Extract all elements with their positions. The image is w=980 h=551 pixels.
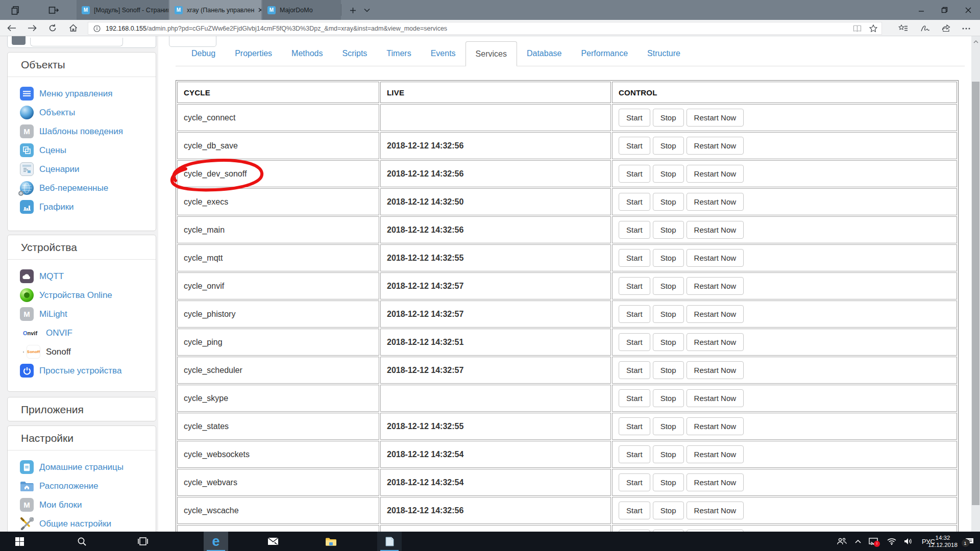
sidebar-item-home-pages[interactable]: Домашние страницы bbox=[8, 458, 156, 477]
tab-services-active[interactable]: Services bbox=[465, 41, 517, 66]
sidebar-item-behavior-templates[interactable]: M Шаблоны поведения bbox=[8, 122, 156, 141]
people-icon[interactable] bbox=[834, 532, 849, 551]
sidebar-item-label[interactable]: Расположение bbox=[39, 481, 99, 491]
sidebar-item-milight[interactable]: M MiLight bbox=[8, 305, 156, 323]
address-bar[interactable]: 192.168.0.155/admin.php?pd=cGFuZWw6e2Fjd… bbox=[88, 22, 882, 35]
minimize-button[interactable] bbox=[910, 0, 933, 20]
volume-icon[interactable] bbox=[900, 532, 916, 551]
restart-now-button[interactable]: Restart Now bbox=[687, 389, 744, 407]
stop-button[interactable]: Stop bbox=[653, 165, 684, 183]
sidebar-item-label[interactable]: Домашние страницы bbox=[39, 462, 124, 472]
stop-button[interactable]: Stop bbox=[653, 389, 684, 407]
sidebar-item-objects[interactable]: Объекты bbox=[8, 103, 156, 122]
favorites-hub-icon[interactable] bbox=[896, 22, 910, 35]
start-button[interactable]: Start bbox=[619, 137, 650, 155]
stop-button[interactable]: Stop bbox=[653, 305, 684, 323]
file-explorer-icon[interactable] bbox=[318, 532, 343, 551]
task-view-icon[interactable] bbox=[131, 532, 155, 551]
sidebar-item-label[interactable]: Сценарии bbox=[39, 164, 80, 174]
start-button[interactable]: Start bbox=[619, 277, 650, 295]
restart-now-button[interactable]: Restart Now bbox=[687, 417, 744, 435]
tab-close-icon[interactable] bbox=[258, 8, 261, 12]
sidebar-item-label[interactable]: Объекты bbox=[39, 108, 75, 118]
sidebar-item-scenes[interactable]: Сцены bbox=[8, 141, 156, 160]
stop-button[interactable]: Stop bbox=[653, 417, 684, 435]
wifi-icon[interactable] bbox=[884, 532, 899, 551]
clock[interactable]: 14:32 12.12.2018 bbox=[928, 532, 958, 551]
restore-button[interactable] bbox=[933, 0, 956, 20]
restart-now-button[interactable]: Restart Now bbox=[687, 277, 744, 295]
scrollbar-thumb[interactable] bbox=[972, 82, 979, 505]
sidebar-item-sonoff[interactable]: Sonoff Sonoff bbox=[8, 342, 156, 361]
share-icon[interactable] bbox=[939, 22, 952, 35]
browser-tab-2-active[interactable]: M xray (Панель управлен bbox=[169, 0, 261, 20]
sidebar-item-label[interactable]: Сцены bbox=[39, 145, 66, 156]
sidebar-item-label[interactable]: Меню управления bbox=[39, 89, 112, 99]
sidebar-item-onvif[interactable]: Onvif ONVIF bbox=[8, 323, 156, 342]
sidebar-item-web-variables[interactable]: Веб-переменные bbox=[8, 179, 156, 197]
sidebar-item-simple-devices[interactable]: Простые устройства bbox=[8, 361, 156, 380]
refresh-icon[interactable] bbox=[45, 21, 60, 35]
sidebar-item-control-menu[interactable]: Меню управления bbox=[8, 84, 156, 103]
sidebar-item-location[interactable]: Расположение bbox=[8, 477, 156, 495]
sidebar-item-label[interactable]: Устройства Online bbox=[39, 290, 112, 300]
notes-app-icon[interactable] bbox=[377, 532, 402, 551]
stop-button[interactable]: Stop bbox=[653, 277, 684, 295]
start-button[interactable]: Start bbox=[619, 249, 650, 267]
tab-performance[interactable]: Performance bbox=[571, 41, 638, 66]
stop-button[interactable]: Stop bbox=[653, 193, 684, 211]
sidebar-item-label[interactable]: Шаблоны поведения bbox=[39, 127, 123, 137]
tab-methods[interactable]: Methods bbox=[282, 41, 332, 66]
start-button[interactable]: Start bbox=[619, 361, 650, 379]
restart-now-button[interactable]: Restart Now bbox=[687, 165, 744, 183]
start-button[interactable]: Start bbox=[619, 109, 650, 127]
close-button[interactable] bbox=[957, 0, 979, 20]
page-scrollbar[interactable] bbox=[971, 36, 980, 532]
sidebar-item-label[interactable]: Веб-переменные bbox=[39, 183, 108, 193]
stop-button[interactable]: Stop bbox=[653, 473, 684, 491]
start-button[interactable]: Start bbox=[619, 445, 650, 463]
tab-debug[interactable]: Debug bbox=[182, 41, 225, 66]
tab-structure[interactable]: Structure bbox=[638, 41, 690, 66]
tab-list-chevron-icon[interactable] bbox=[360, 4, 374, 16]
stop-button[interactable]: Stop bbox=[653, 361, 684, 379]
start-button[interactable] bbox=[7, 532, 32, 551]
sidebar-item-label[interactable]: MQTT bbox=[39, 271, 64, 282]
sidebar-item-label[interactable]: Sonoff bbox=[46, 347, 71, 357]
sidebar-item-label[interactable]: Простые устройства bbox=[39, 366, 121, 376]
info-icon[interactable] bbox=[88, 22, 106, 35]
edge-browser-icon[interactable]: e bbox=[204, 532, 228, 551]
wireless-display-icon[interactable]: ! bbox=[866, 532, 881, 551]
home-icon[interactable] bbox=[65, 21, 81, 35]
mail-app-icon[interactable] bbox=[261, 532, 285, 551]
reading-view-icon[interactable] bbox=[850, 22, 864, 35]
restart-now-button[interactable]: Restart Now bbox=[687, 137, 744, 155]
restart-now-button[interactable]: Restart Now bbox=[687, 305, 744, 323]
scroll-up-icon[interactable] bbox=[971, 38, 980, 45]
stop-button[interactable]: Stop bbox=[653, 109, 684, 127]
forward-icon[interactable] bbox=[24, 21, 40, 35]
restart-now-button[interactable]: Restart Now bbox=[687, 333, 744, 351]
restart-now-button[interactable]: Restart Now bbox=[687, 193, 744, 211]
stop-button[interactable]: Stop bbox=[653, 221, 684, 239]
tab-database[interactable]: Database bbox=[517, 41, 572, 66]
stop-button[interactable]: Stop bbox=[653, 445, 684, 463]
restart-now-button[interactable]: Restart Now bbox=[687, 221, 744, 239]
start-button[interactable]: Start bbox=[619, 417, 650, 435]
start-button[interactable]: Start bbox=[619, 473, 650, 491]
sidebar-item-label[interactable]: ONVIF bbox=[46, 328, 72, 338]
restart-now-button[interactable]: Restart Now bbox=[687, 109, 744, 127]
restart-now-button[interactable]: Restart Now bbox=[687, 502, 744, 519]
start-button[interactable]: Start bbox=[619, 221, 650, 239]
sidebar-item-charts[interactable]: Графики bbox=[8, 197, 156, 216]
tab-timers[interactable]: Timers bbox=[377, 41, 421, 66]
more-menu-icon[interactable] bbox=[960, 22, 973, 35]
browser-tab-3[interactable]: M MajorDoMo bbox=[262, 0, 341, 20]
favorite-star-icon[interactable] bbox=[867, 22, 880, 35]
tab-properties[interactable]: Properties bbox=[225, 41, 282, 66]
sidebar-item-mqtt[interactable]: MQTT bbox=[8, 267, 156, 286]
sidebar-item-label[interactable]: MiLight bbox=[39, 309, 67, 319]
start-button[interactable]: Start bbox=[619, 502, 650, 519]
start-button[interactable]: Start bbox=[619, 193, 650, 211]
sidebar-item-label[interactable]: Мои блоки bbox=[39, 500, 82, 510]
